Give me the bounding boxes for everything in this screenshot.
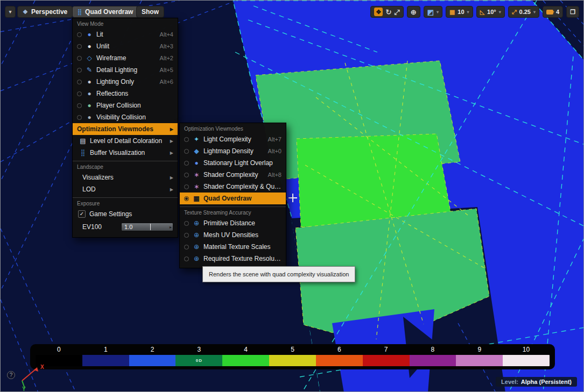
menu-item-label: Shader Complexity — [203, 171, 264, 179]
ev100-spinbox[interactable]: 1.0 ▸ — [121, 223, 173, 231]
shader-complexity-icon: ∗ — [192, 172, 201, 178]
submenu-arrow-icon: ▶ — [170, 139, 173, 144]
menu-item-shortcut: Alt+4 — [160, 31, 173, 38]
scale-snap-value: 0.25 — [519, 9, 531, 15]
legend-segment — [363, 355, 410, 366]
scale-snap-control[interactable]: ⤢ 0.25 ▾ — [508, 6, 539, 18]
stationary-light-overlap-icon: ● — [192, 160, 201, 166]
axis-gizmo: X Y — [10, 360, 59, 391]
legend-label: 10 — [503, 346, 550, 355]
material-texture-scales-icon: ⊕ — [192, 244, 201, 250]
grid-snap-control[interactable]: ▦ 10 ▾ — [446, 6, 473, 18]
menu-item-visualizers[interactable]: Visualizers ▶ — [73, 172, 178, 183]
spin-arrow-icon[interactable]: ▸ — [170, 225, 172, 230]
world-space-toggle[interactable]: ⊕ — [407, 6, 420, 18]
menu-item-label: Reflections — [96, 90, 173, 97]
menu-item-optimization-viewmodes[interactable]: Optimization Viewmodes ▶ — [73, 123, 178, 135]
menu-item-label: Visualizers — [82, 174, 167, 181]
menu-item-shortcut: Alt+8 — [268, 172, 282, 178]
camera-speed-control[interactable]: 4 — [543, 6, 563, 18]
light-complexity-icon: ✦ — [192, 136, 201, 142]
menu-item-label: Stationary Light Overlap — [203, 159, 282, 167]
perspective-button[interactable]: ❖ Perspective — [17, 6, 73, 18]
player-collision-icon: ● — [85, 102, 94, 109]
menu-item-label: Buffer Visualization — [90, 149, 167, 156]
radio-indicator — [184, 233, 189, 238]
radio-indicator — [184, 149, 189, 154]
submenu-arrow-icon: ▶ — [170, 151, 173, 155]
level-label: Level: — [501, 379, 518, 385]
submenu-item-lightmap-density[interactable]: ◆ Lightmap Density Alt+0 — [180, 145, 286, 157]
menu-item-detail-lighting[interactable]: ✎ Detail Lighting Alt+5 — [73, 64, 178, 76]
menu-item-visibility-collision[interactable]: ● Visibility Collision — [73, 111, 178, 123]
view-mode-button[interactable]: ⣿ Quad Overdraw — [72, 6, 138, 18]
scale-tool-button[interactable]: ⤢ — [394, 9, 399, 16]
menu-item-game-settings[interactable]: ✓ Game Settings — [73, 208, 178, 220]
legend-segment: 0D — [175, 355, 222, 366]
level-value: Alpha (Persistent) — [521, 379, 572, 385]
menu-item-wireframe[interactable]: ◇ Wireframe Alt+2 — [73, 52, 178, 64]
submenu-item-required-texture-resolution[interactable]: ⊕ Required Texture Resolution — [180, 253, 286, 265]
ev100-value: 1.0 — [124, 224, 132, 230]
ev100-slider-handle[interactable] — [150, 224, 151, 230]
submenu-item-shader-complexity[interactable]: ∗ Shader Complexity Alt+8 — [180, 169, 286, 181]
radio-indicator — [77, 44, 82, 49]
axis-x-label: X — [40, 364, 44, 370]
radio-indicator — [77, 115, 82, 120]
chevron-down-icon: ▾ — [467, 10, 469, 15]
menu-item-shortcut: Alt+6 — [160, 79, 173, 85]
radio-indicator — [184, 221, 189, 226]
show-button[interactable]: Show — [136, 6, 164, 18]
move-tool-button[interactable]: ✥ — [374, 8, 383, 16]
menu-section-header: Optimization Viewmodes — [180, 123, 286, 133]
lod-coloration-icon: ▤ — [79, 138, 87, 144]
submenu-item-shader-complexity-quads[interactable]: ∗ Shader Complexity & Quads — [180, 181, 286, 193]
submenu-item-primitive-distance[interactable]: ⊕ Primitive Distance — [180, 217, 286, 229]
legend-label: 1 — [82, 346, 129, 355]
radio-indicator — [184, 137, 189, 142]
radio-indicator — [77, 103, 82, 108]
rotation-snap-control[interactable]: ◺ 10° ▾ — [476, 6, 505, 18]
submenu-arrow-icon: ▶ — [170, 127, 173, 132]
quad-overdraw-green-inner — [297, 134, 453, 227]
radio-indicator — [77, 32, 82, 37]
legend-scale-labels: 0 1 2 3 4 5 6 7 8 9 10 — [36, 346, 550, 355]
mesh-uv-densities-icon: ⊕ — [192, 232, 201, 238]
surface-snap-icon: ◩ — [427, 9, 434, 16]
radio-indicator — [77, 68, 82, 73]
submenu-item-mesh-uv-densities[interactable]: ⊕ Mesh UV Densities — [180, 229, 286, 241]
menu-item-shortcut: Alt+0 — [268, 148, 282, 154]
surface-snapping-button[interactable]: ◩ ▾ — [424, 6, 442, 18]
game-settings-checkbox[interactable]: ✓ — [78, 210, 86, 218]
submenu-item-stationary-light-overlap[interactable]: ● Stationary Light Overlap — [180, 157, 286, 169]
menu-item-lod[interactable]: LOD ▶ — [73, 183, 178, 195]
menu-item-lighting-only[interactable]: ● Lighting Only Alt+6 — [73, 76, 178, 88]
menu-item-player-collision[interactable]: ● Player Collision — [73, 99, 178, 111]
menu-item-label: Primitive Distance — [203, 219, 282, 227]
submenu-item-quad-overdraw[interactable]: ▦ Quad Overdraw — [180, 193, 286, 204]
menu-item-buffer-visualization[interactable]: ⣿ Buffer Visualization ▶ — [73, 147, 178, 159]
legend-segment — [129, 355, 176, 366]
submenu-item-light-complexity[interactable]: ✦ Light Complexity Alt+7 — [180, 133, 286, 145]
legend-label: 7 — [363, 346, 410, 355]
submenu-arrow-icon: ▶ — [170, 175, 173, 180]
legend-label: 2 — [129, 346, 176, 355]
menu-item-reflections[interactable]: ● Reflections — [73, 88, 178, 99]
menu-item-unlit[interactable]: ● Unlit Alt+3 — [73, 40, 178, 52]
submenu-item-material-texture-scales[interactable]: ⊕ Material Texture Scales — [180, 241, 286, 253]
maximize-viewport-button[interactable]: ❐ — [566, 6, 579, 18]
rotate-tool-button[interactable]: ↻ — [385, 9, 391, 16]
legend-label: 3 — [175, 346, 222, 355]
viewport-options-button[interactable]: ▾ — [5, 6, 16, 18]
optimization-viewmodes-submenu: Optimization Viewmodes ✦ Light Complexit… — [179, 123, 286, 268]
menu-item-label: Mesh UV Densities — [203, 231, 282, 239]
maximize-icon: ❐ — [570, 9, 575, 15]
legend-label: 0 — [36, 346, 82, 355]
shader-complexity-quads-icon: ∗ — [192, 183, 201, 190]
view-mode-icon: ⣿ — [78, 9, 82, 15]
camera-icon — [546, 10, 553, 15]
menu-item-lit[interactable]: ● Lit Alt+4 — [73, 28, 178, 40]
menu-item-level-of-detail-coloration[interactable]: ▤ Level of Detail Coloration ▶ — [73, 135, 178, 147]
grid-snap-value: 10 — [458, 9, 464, 15]
legend-label: 6 — [316, 346, 363, 355]
